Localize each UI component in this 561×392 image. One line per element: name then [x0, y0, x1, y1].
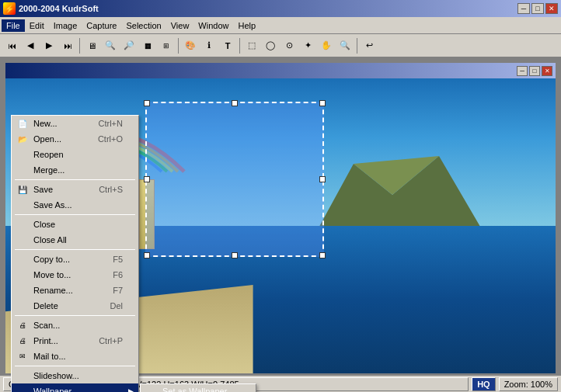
minimize-button[interactable]: ─ [517, 3, 530, 14]
handle-ml[interactable] [144, 176, 150, 182]
menu-new-label: New... [33, 119, 57, 128]
toolbar-magic-wand[interactable]: ✦ [299, 37, 316, 54]
menu-close[interactable]: Close [12, 217, 138, 232]
title-controls: ─ □ ✕ [517, 3, 558, 14]
menu-copyto-shortcut: F5 [113, 255, 123, 264]
toolbar-view[interactable]: 🖥 [83, 37, 100, 54]
sep-2 [15, 214, 135, 215]
toolbar-select-lasso[interactable]: ⊙ [280, 37, 298, 54]
wallpaper-tiled[interactable]: Set as Wallpaper (Tiled) [141, 384, 256, 392]
menu-save[interactable]: 💾 Save Ctrl+S [12, 182, 138, 197]
menu-rename[interactable]: Rename... F7 [12, 283, 138, 298]
sep-3 [15, 249, 135, 250]
handle-tl[interactable] [144, 100, 150, 106]
inner-title-controls: ─ □ ✕ [517, 66, 552, 76]
menu-save-label: Save [33, 185, 53, 194]
toolbar-play[interactable]: ▶ [40, 37, 57, 54]
toolbar-prev[interactable]: ◀ [22, 37, 39, 54]
menu-merge-label: Merge... [33, 165, 64, 175]
menu-bar: File Edit Image Capture Selection View W… [0, 17, 561, 34]
menu-mailto[interactable]: ✉ Mail to... [12, 349, 138, 364]
menu-image[interactable]: Image [49, 19, 82, 32]
menu-window[interactable]: Window [193, 19, 233, 32]
handle-bc[interactable] [232, 252, 238, 258]
wallpaper-submenu: Set as Wallpaper (Tiled) Set as Wallpape… [140, 383, 256, 392]
menu-closeall[interactable]: Close All [12, 232, 138, 248]
menu-moveto[interactable]: Move to... F6 [12, 267, 138, 283]
selection-box[interactable] [145, 102, 324, 257]
toolbar-sep-3 [239, 38, 240, 54]
mailto-icon: ✉ [16, 350, 29, 363]
toolbar-grid1[interactable]: ▦ [139, 37, 156, 54]
inner-close-button[interactable]: ✕ [542, 66, 552, 76]
menu-open-label: Open... [33, 134, 61, 144]
menu-view[interactable]: View [166, 19, 194, 32]
menu-open-shortcut: Ctrl+O [98, 134, 123, 144]
toolbar-color[interactable]: 🎨 [182, 37, 199, 54]
menu-merge[interactable]: Merge... [12, 162, 138, 178]
sep-4 [15, 315, 135, 316]
menu-print[interactable]: 🖨 Print... Ctrl+P [12, 333, 138, 349]
sep-5 [15, 366, 135, 366]
menu-save-shortcut: Ctrl+S [99, 185, 123, 194]
toolbar-first[interactable]: ⏮ [3, 37, 20, 54]
menu-copyto-label: Copy to... [33, 255, 70, 264]
toolbar-last[interactable]: ⏭ [59, 37, 76, 54]
menu-rename-label: Rename... [33, 286, 73, 295]
menu-scan[interactable]: 🖨 Scan... [12, 317, 138, 333]
handle-mr[interactable] [319, 176, 326, 182]
scan-icon: 🖨 [16, 319, 29, 331]
menu-wallpaper[interactable]: Wallpaper ▶ Set as Wallpaper (Tiled) Set… [12, 383, 138, 392]
menu-print-label: Print... [33, 336, 58, 345]
handle-bl[interactable] [144, 252, 150, 258]
menu-open[interactable]: 📂 Open... Ctrl+O [12, 131, 138, 147]
toolbar-zoom-in[interactable]: 🔎 [120, 37, 138, 54]
menu-saveas[interactable]: Save As... [12, 197, 138, 213]
toolbar-undo[interactable]: ↩ [361, 37, 378, 54]
inner-maximize-button[interactable]: □ [529, 66, 540, 76]
inner-minimize-button[interactable]: ─ [517, 66, 528, 76]
menu-scan-label: Scan... [33, 321, 60, 330]
toolbar-text[interactable]: T [219, 37, 236, 54]
main-area: ─ □ ✕ [0, 57, 561, 375]
status-hq: HQ [472, 377, 496, 391]
sep-1 [15, 179, 135, 180]
maximize-button[interactable]: □ [531, 3, 544, 14]
menu-delete-shortcut: Del [110, 301, 123, 310]
handle-br[interactable] [319, 252, 326, 258]
menu-capture[interactable]: Capture [82, 19, 121, 32]
menu-new[interactable]: 📄 New... Ctrl+N [12, 116, 138, 131]
handle-tr[interactable] [319, 100, 326, 106]
print-icon: 🖨 [16, 335, 29, 347]
menu-file[interactable]: File [2, 19, 25, 32]
menu-slideshow[interactable]: Slideshow... [12, 368, 138, 383]
save-icon: 💾 [16, 183, 29, 196]
toolbar-grid2[interactable]: ⊞ [158, 37, 175, 54]
toolbar-select-ellipse[interactable]: ◯ [262, 37, 279, 54]
toolbar-select-rect[interactable]: ⬚ [243, 37, 260, 54]
menu-closeall-label: Close All [33, 235, 67, 245]
menu-reopen[interactable]: Reopen [12, 147, 138, 162]
toolbar-zoom-out[interactable]: 🔍 [102, 37, 119, 54]
wallpaper-tiled-label: Set as Wallpaper (Tiled) [162, 387, 240, 392]
menu-mailto-label: Mail to... [33, 352, 66, 361]
toolbar-sep-1 [79, 38, 80, 54]
menu-copyto[interactable]: Copy to... F5 [12, 252, 138, 267]
menu-reopen-label: Reopen [33, 150, 64, 159]
menu-edit[interactable]: Edit [25, 19, 49, 32]
close-button[interactable]: ✕ [545, 3, 558, 14]
file-dropdown-menu: 📄 New... Ctrl+N 📂 Open... Ctrl+O Reopen … [11, 115, 139, 392]
menu-print-shortcut: Ctrl+P [99, 336, 123, 345]
toolbar-zoom-tool[interactable]: 🔍 [336, 37, 354, 54]
menu-selection[interactable]: Selection [121, 19, 166, 32]
toolbar: ⏮ ◀ ▶ ⏭ 🖥 🔍 🔎 ▦ ⊞ 🎨 ℹ T ⬚ ◯ ⊙ ✦ ✋ 🔍 ↩ [0, 34, 561, 57]
status-zoom: Zoom: 100% [499, 377, 558, 391]
app-title: 2000-2004 KudrSoft [19, 4, 99, 13]
handle-tc[interactable] [232, 100, 238, 106]
menu-help[interactable]: Help [233, 19, 260, 32]
menu-moveto-shortcut: F6 [113, 270, 123, 279]
toolbar-hand[interactable]: ✋ [318, 37, 335, 54]
toolbar-info[interactable]: ℹ [200, 37, 218, 54]
menu-delete[interactable]: Delete Del [12, 298, 138, 314]
new-icon: 📄 [16, 117, 29, 130]
